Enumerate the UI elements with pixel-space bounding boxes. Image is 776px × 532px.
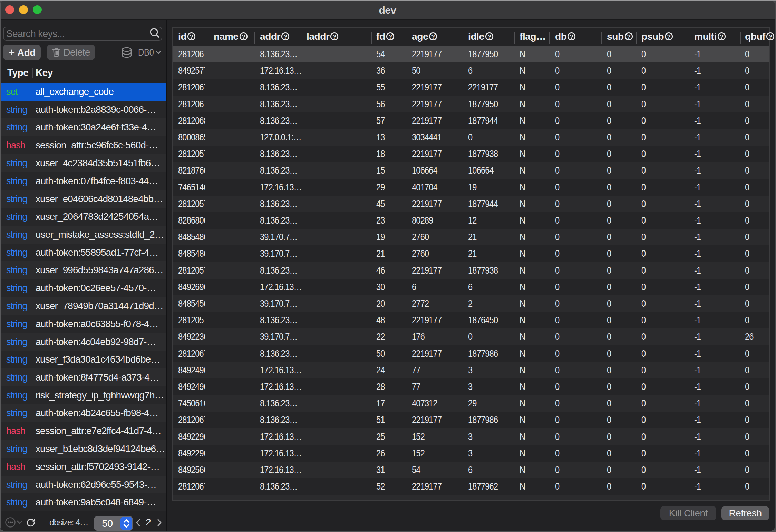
svg-text:?: ? <box>720 33 723 40</box>
svg-text:?: ? <box>487 33 491 40</box>
svg-text:?: ? <box>667 33 671 40</box>
svg-text:?: ? <box>242 33 245 40</box>
svg-text:?: ? <box>388 33 392 40</box>
svg-text:?: ? <box>333 33 336 40</box>
svg-text:?: ? <box>284 33 287 40</box>
svg-text:?: ? <box>769 33 772 40</box>
svg-text:?: ? <box>627 33 630 40</box>
svg-text:?: ? <box>570 33 573 40</box>
svg-text:?: ? <box>190 33 193 40</box>
svg-text:?: ? <box>431 33 435 40</box>
